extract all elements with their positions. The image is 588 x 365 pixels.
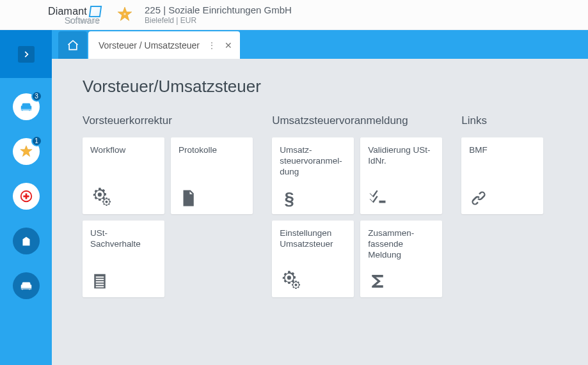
org-star-icon: [116, 6, 133, 23]
rail-badge-1: 3: [31, 91, 42, 102]
svg-marker-2: [20, 146, 31, 157]
org-title: 225 | Soziale Einrichtungen GmbH: [145, 4, 292, 15]
card-label: Workflow: [90, 145, 157, 156]
section-heading: Vorsteuerkorrektur: [83, 114, 272, 127]
card-einstellungen[interactable]: Einstellungen Umsatzsteuer: [272, 221, 354, 297]
card-label: Einstellungen Umsatzsteuer: [280, 228, 346, 250]
section-heading: Links: [461, 114, 575, 127]
link-icon: [469, 185, 536, 208]
card-voranmeldung[interactable]: Umsatz­steuervoranmel­dung §: [272, 137, 354, 214]
card-validierung[interactable]: Validierung USt-IdNr.: [360, 137, 442, 214]
sofa-icon: [19, 100, 33, 114]
checklist-icon: [368, 185, 434, 208]
brand-block-icon: [89, 6, 102, 17]
medical-cross-icon: [19, 189, 33, 203]
tab-label: Vorsteuer / Umsatzsteuer: [99, 40, 200, 50]
rail-item-sofa-1[interactable]: 3: [13, 93, 40, 120]
rail-toggle[interactable]: [0, 30, 52, 78]
tab-menu-icon[interactable]: ⋮: [207, 44, 217, 47]
card-protokolle[interactable]: Protokolle: [171, 137, 253, 214]
sofa-icon: [19, 279, 33, 293]
paragraph-icon: §: [280, 185, 346, 208]
star-icon: [19, 144, 33, 159]
section-heading: Umsatzsteuervoranmeldung: [272, 114, 461, 127]
card-label: Validierung USt-IdNr.: [368, 145, 434, 167]
card-label: Umsatz­steuervoranmel­dung: [280, 145, 346, 178]
gears-icon: [90, 185, 157, 208]
rail-item-building[interactable]: [13, 228, 40, 254]
page: Vorsteuer/Umsatzsteuer Vorsteuerkorrektu…: [52, 59, 588, 310]
sections: Vorsteuerkorrektur Workflow Protokolle: [83, 114, 575, 297]
home-tab[interactable]: [58, 31, 87, 59]
org-info: 225 | Soziale Einrichtungen GmbH Bielefe…: [145, 4, 292, 25]
sigma-icon: [368, 268, 434, 291]
card-workflow[interactable]: Workflow: [83, 137, 164, 214]
building-icon: [19, 234, 33, 248]
page-title: Vorsteuer/Umsatzsteuer: [83, 77, 575, 97]
card-bmf[interactable]: BMF: [461, 137, 543, 214]
left-rail: 3 1: [0, 30, 52, 365]
card-ust-sachverhalte[interactable]: USt-Sachverhalte: [83, 221, 164, 297]
card-zusammenfassende[interactable]: Zusammen­fassende Meldung: [360, 221, 442, 297]
gears-icon: [280, 268, 346, 291]
rail-badge-2: 1: [31, 136, 42, 146]
section-umsatzsteuervoranmeldung: Umsatzsteuervoranmeldung Umsatz­steuervo…: [272, 114, 461, 297]
svg-text:§: §: [285, 189, 294, 208]
brand-version: 1.5.03-04b: [69, 18, 99, 24]
rail-items: 3 1: [0, 78, 52, 365]
brand-bar: Diamant Software 1.5.03-04b 225 | Sozial…: [0, 0, 588, 30]
card-label: Protokolle: [179, 145, 245, 156]
home-icon: [67, 39, 79, 52]
card-label: BMF: [469, 145, 536, 156]
card-label: Zusammen­fassende Meldung: [368, 228, 434, 261]
rail-item-sofa-2[interactable]: [13, 272, 40, 299]
chevron-right-icon: [18, 46, 35, 63]
brand-logo: Diamant Software 1.5.03-04b: [0, 6, 101, 24]
section-vorsteuerkorrektur: Vorsteuerkorrektur Workflow Protokolle: [83, 114, 272, 297]
section-links: Links BMF: [461, 114, 575, 297]
rail-item-medical[interactable]: [13, 183, 40, 210]
rail-item-star[interactable]: 1: [13, 138, 40, 165]
tab-vorsteuer[interactable]: Vorsteuer / Umsatzsteuer ⋮ ✕: [88, 31, 240, 59]
card-label: USt-Sachverhalte: [90, 228, 157, 250]
content-area: Vorsteuer / Umsatzsteuer ⋮ ✕ Vorsteuer/U…: [52, 30, 588, 365]
svg-point-1: [123, 13, 126, 15]
org-subtitle: Bielefeld | EUR: [145, 16, 292, 25]
document-icon: [179, 185, 245, 208]
list-document-icon: [90, 268, 157, 291]
tab-close-icon[interactable]: ✕: [225, 40, 232, 50]
tab-strip: Vorsteuer / Umsatzsteuer ⋮ ✕: [52, 30, 588, 59]
